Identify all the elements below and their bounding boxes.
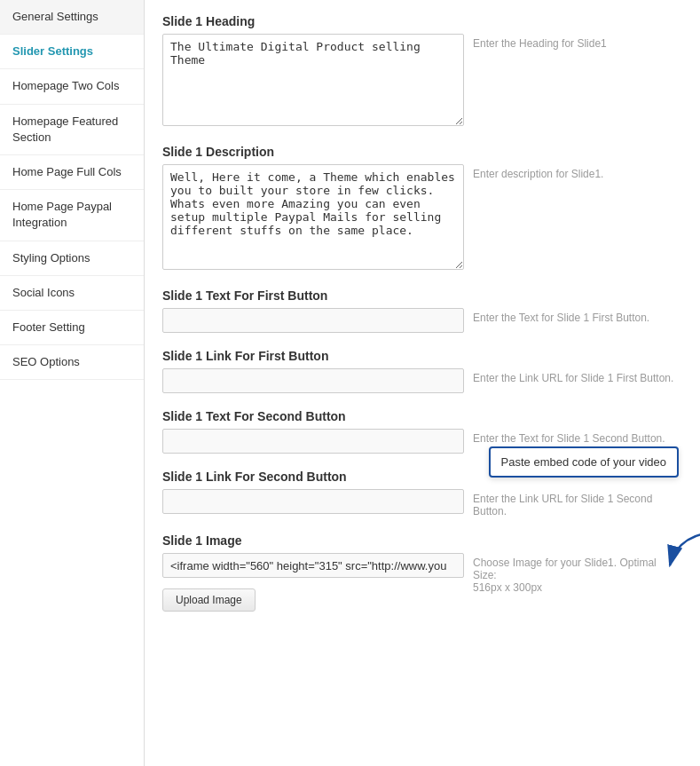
heading-section: Slide 1 Heading Enter the Heading for Sl… bbox=[162, 14, 682, 129]
image-label: Slide 1 Image bbox=[162, 533, 682, 548]
description-section: Slide 1 Description Enter description fo… bbox=[162, 145, 682, 272]
btn2-text-input[interactable] bbox=[162, 429, 464, 454]
btn1-text-input-area bbox=[162, 308, 464, 333]
sidebar-item-social-icons[interactable]: Social Icons bbox=[0, 276, 144, 311]
btn2-text-input-area bbox=[162, 429, 464, 454]
upload-image-button[interactable]: Upload Image bbox=[162, 588, 256, 612]
heading-label: Slide 1 Heading bbox=[162, 14, 682, 28]
image-hint-line2: 516px x 300px bbox=[473, 581, 542, 594]
btn2-link-row: Enter the Link URL for Slide 1 Second Bu… bbox=[162, 489, 682, 517]
sidebar-item-general-settings[interactable]: General Settings bbox=[0, 0, 144, 35]
btn1-text-hint: Enter the Text for Slide 1 First Button. bbox=[473, 308, 682, 324]
sidebar-item-home-page-paypal[interactable]: Home Page Paypal Integration bbox=[0, 190, 144, 241]
description-label: Slide 1 Description bbox=[162, 145, 682, 159]
callout-box: Paste embed code of your video bbox=[489, 446, 679, 478]
btn2-link-input[interactable] bbox=[162, 489, 464, 514]
description-input-area bbox=[162, 164, 464, 272]
heading-row: Enter the Heading for Slide1 bbox=[162, 34, 682, 129]
btn1-link-row: Enter the Link URL for Slide 1 First But… bbox=[162, 368, 682, 393]
sidebar-item-homepage-two-cols[interactable]: Homepage Two Cols bbox=[0, 69, 144, 104]
description-textarea[interactable] bbox=[162, 164, 464, 270]
btn1-text-row: Enter the Text for Slide 1 First Button. bbox=[162, 308, 682, 333]
btn2-text-label: Slide 1 Text For Second Button bbox=[162, 409, 682, 423]
heading-textarea[interactable] bbox=[162, 34, 464, 126]
image-input-area: Upload Image bbox=[162, 553, 464, 612]
description-row: Enter description for Slide1. bbox=[162, 164, 682, 272]
sidebar-item-slider-settings[interactable]: Slider Settings bbox=[0, 35, 144, 69]
btn2-link-hint: Enter the Link URL for Slide 1 Second Bu… bbox=[473, 489, 682, 517]
sidebar: General Settings Slider Settings Homepag… bbox=[0, 0, 145, 766]
btn1-link-input[interactable] bbox=[162, 368, 464, 393]
sidebar-item-styling-options[interactable]: Styling Options bbox=[0, 241, 144, 276]
sidebar-item-seo-options[interactable]: SEO Options bbox=[0, 345, 144, 380]
btn1-text-section: Slide 1 Text For First Button Enter the … bbox=[162, 288, 682, 333]
heading-hint: Enter the Heading for Slide1 bbox=[473, 34, 682, 50]
main-content: Slide 1 Heading Enter the Heading for Sl… bbox=[145, 0, 700, 766]
callout-text: Paste embed code of your video bbox=[501, 455, 666, 469]
btn1-text-input[interactable] bbox=[162, 308, 464, 333]
sidebar-item-footer-setting[interactable]: Footer Setting bbox=[0, 311, 144, 345]
btn2-link-input-area bbox=[162, 489, 464, 514]
image-hint-line1: Choose Image for your Slide1. Optimal Si… bbox=[473, 557, 657, 581]
btn1-link-hint: Enter the Link URL for Slide 1 First But… bbox=[473, 368, 682, 384]
sidebar-item-homepage-featured-section[interactable]: Homepage Featured Section bbox=[0, 105, 144, 155]
btn1-link-section: Slide 1 Link For First Button Enter the … bbox=[162, 349, 682, 393]
description-hint: Enter description for Slide1. bbox=[473, 164, 682, 180]
btn1-link-label: Slide 1 Link For First Button bbox=[162, 349, 682, 363]
image-row: Paste embed code of your video Upload Im… bbox=[162, 553, 682, 612]
callout-arrow-icon bbox=[661, 530, 700, 574]
btn1-link-input-area bbox=[162, 368, 464, 393]
btn2-text-hint: Enter the Text for Slide 1 Second Button… bbox=[473, 429, 682, 445]
sidebar-item-home-page-full-cols[interactable]: Home Page Full Cols bbox=[0, 155, 144, 190]
image-embed-input[interactable] bbox=[162, 553, 464, 578]
image-section: Slide 1 Image Paste embed code of your v… bbox=[162, 533, 682, 612]
btn1-text-label: Slide 1 Text For First Button bbox=[162, 288, 682, 303]
heading-input-area bbox=[162, 34, 464, 129]
image-hint: Choose Image for your Slide1. Optimal Si… bbox=[473, 553, 682, 594]
